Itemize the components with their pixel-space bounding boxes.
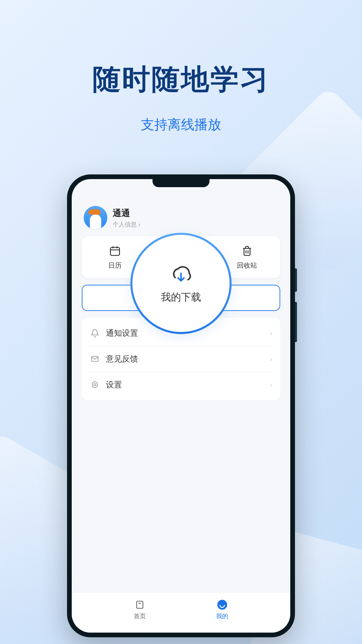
svg-rect-9 [137, 601, 143, 608]
nav-home[interactable]: 首页 [134, 599, 146, 620]
chevron-right-icon: › [270, 329, 272, 337]
phone-side-button [295, 302, 297, 342]
download-callout-label: 我的下载 [161, 290, 201, 304]
chevron-right-icon: › [270, 355, 272, 363]
settings-item[interactable]: 设置 › [90, 372, 272, 397]
phone-side-button [295, 268, 297, 292]
svg-point-11 [217, 600, 227, 609]
nav-mine-label: 我的 [216, 612, 228, 620]
nav-home-label: 首页 [134, 612, 146, 620]
profile-header[interactable]: 通通 个人信息 › [82, 203, 280, 236]
settings-label: 设置 [106, 379, 264, 390]
feedback-label: 意见反馈 [106, 354, 264, 364]
chevron-right-icon: › [270, 381, 272, 389]
trash-icon [240, 244, 254, 258]
home-icon [134, 599, 146, 611]
svg-marker-7 [92, 381, 97, 388]
profile-name: 通通 [113, 207, 140, 219]
phone-notch [153, 179, 209, 187]
nav-mine[interactable]: 我的 [216, 599, 228, 620]
svg-point-8 [94, 384, 96, 386]
gear-icon [90, 380, 100, 390]
cloud-download-icon [169, 263, 193, 286]
hero-title: 随时随地学习 [0, 0, 362, 99]
download-callout[interactable]: 我的下载 [132, 235, 230, 332]
calendar-label: 日历 [108, 261, 122, 270]
profile-info-link[interactable]: 个人信息 › [113, 220, 140, 228]
recycle-label: 回收站 [237, 261, 257, 270]
avatar[interactable] [84, 206, 107, 229]
calendar-icon [108, 244, 122, 258]
svg-rect-0 [110, 248, 119, 256]
feedback-item[interactable]: 意见反馈 › [90, 346, 272, 372]
bottom-nav: 首页 我的 [72, 592, 290, 633]
smile-icon [216, 599, 228, 611]
mail-icon [90, 354, 100, 364]
bell-icon [90, 328, 100, 338]
